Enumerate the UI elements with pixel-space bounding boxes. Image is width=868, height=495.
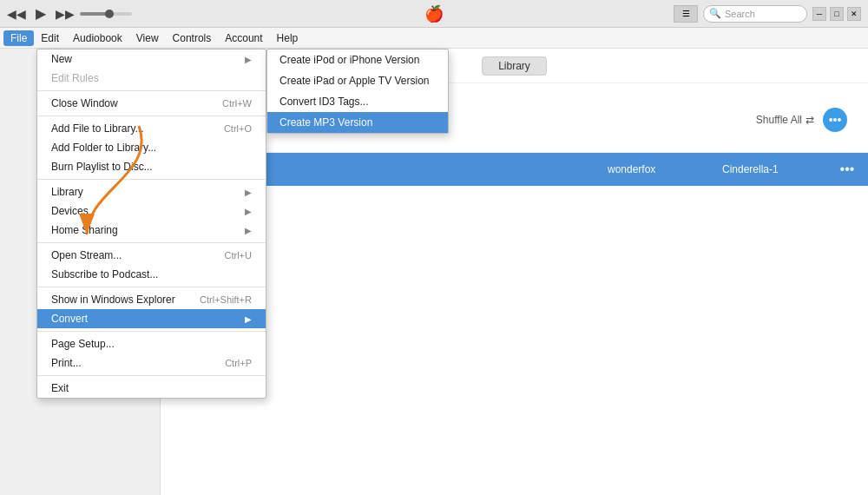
- play-button[interactable]: ▶: [31, 4, 50, 23]
- library-button[interactable]: Library: [482, 56, 547, 76]
- menu-create-ipod[interactable]: Create iPod or iPhone Version: [267, 50, 448, 70]
- menu-new-arrow: ▶: [245, 55, 252, 64]
- menu-devices-arrow: ▶: [245, 207, 252, 216]
- menu-exit-label: Exit: [51, 382, 69, 394]
- menu-subscribe-podcast[interactable]: Subscribe to Podcast...: [37, 265, 266, 284]
- title-bar-right: ☰ 🔍 Search ─ □ ✕: [674, 5, 861, 23]
- menu-page-setup[interactable]: Page Setup...: [37, 334, 266, 353]
- menu-print-label: Print...: [51, 357, 82, 369]
- convert-submenu: Create iPod or iPhone Version Create iPa…: [266, 49, 449, 134]
- menu-add-folder-label: Add Folder to Library...: [51, 142, 156, 154]
- menu-create-mp3[interactable]: Create MP3 Version: [267, 112, 448, 133]
- restore-button[interactable]: □: [830, 7, 844, 21]
- close-button[interactable]: ✕: [847, 7, 861, 21]
- menu-edit-rules-label: Edit Rules: [51, 72, 99, 84]
- separator-1: [37, 90, 266, 91]
- menu-convert-id3[interactable]: Convert ID3 Tags...: [267, 91, 448, 112]
- menu-convert-label: Convert: [51, 313, 88, 325]
- menu-open-stream-shortcut: Ctrl+U: [225, 250, 252, 261]
- menu-subscribe-podcast-label: Subscribe to Podcast...: [51, 268, 158, 280]
- menu-convert[interactable]: Convert ▶: [37, 309, 266, 328]
- menu-add-file-shortcut: Ctrl+O: [224, 123, 252, 134]
- track-artist: wonderfox: [608, 163, 712, 175]
- menu-close-window-label: Close Window: [51, 97, 118, 109]
- window-controls: ─ □ ✕: [812, 7, 861, 21]
- more-options-button[interactable]: •••: [823, 108, 847, 132]
- shuffle-button[interactable]: Shuffle All ⇄: [756, 114, 814, 126]
- menu-open-stream-label: Open Stream...: [51, 249, 122, 261]
- menu-burn-playlist-label: Burn Playlist to Disc...: [51, 161, 153, 173]
- menu-controls[interactable]: Controls: [166, 30, 219, 46]
- menu-open-stream[interactable]: Open Stream... Ctrl+U: [37, 246, 266, 265]
- menu-new-label: New: [51, 53, 72, 65]
- menu-devices-label: Devices: [51, 205, 89, 217]
- menu-exit[interactable]: Exit: [37, 379, 266, 398]
- separator-3: [37, 179, 266, 180]
- menu-home-sharing-arrow: ▶: [245, 226, 252, 235]
- separator-2: [37, 116, 266, 116]
- playlist-actions: Shuffle All ⇄ •••: [756, 108, 847, 132]
- menu-help[interactable]: Help: [270, 30, 306, 46]
- menu-close-window-shortcut: Ctrl+W: [222, 98, 252, 109]
- menu-close-window[interactable]: Close Window Ctrl+W: [37, 94, 266, 113]
- fast-forward-button[interactable]: ▶▶: [56, 4, 75, 23]
- menu-home-sharing[interactable]: Home Sharing ▶: [37, 221, 266, 240]
- apple-logo: 🍎: [424, 4, 444, 23]
- menu-library[interactable]: Library ▶: [37, 182, 266, 201]
- separator-7: [37, 375, 266, 376]
- volume-thumb: [105, 10, 114, 18]
- menu-add-file-label: Add File to Library...: [51, 122, 144, 135]
- shuffle-label: Shuffle All: [756, 114, 802, 126]
- menu-show-explorer-label: Show in Windows Explorer: [51, 294, 175, 306]
- menu-audiobook[interactable]: Audiobook: [66, 30, 129, 46]
- volume-slider[interactable]: [80, 12, 132, 16]
- menu-show-explorer[interactable]: Show in Windows Explorer Ctrl+Shift+R: [37, 290, 266, 309]
- separator-6: [37, 331, 266, 332]
- menu-bar: File Edit Audiobook View Controls Accoun…: [0, 28, 868, 49]
- menu-page-setup-label: Page Setup...: [51, 338, 115, 350]
- search-icon: 🔍: [709, 8, 721, 19]
- search-placeholder: Search: [725, 9, 755, 19]
- menu-show-explorer-shortcut: Ctrl+Shift+R: [200, 294, 252, 305]
- menu-edit-rules: Edit Rules: [37, 69, 266, 88]
- menu-burn-playlist[interactable]: Burn Playlist to Disc...: [37, 157, 266, 176]
- menu-library-label: Library: [51, 186, 83, 198]
- menu-home-sharing-label: Home Sharing: [51, 224, 118, 236]
- search-box[interactable]: 🔍 Search: [703, 5, 807, 23]
- menu-print[interactable]: Print... Ctrl+P: [37, 353, 266, 373]
- table-row[interactable]: 01 wonderfox Cinderella-1 •••: [161, 153, 868, 186]
- track-album: Cinderella-1: [722, 163, 826, 175]
- list-view-button[interactable]: ☰: [674, 5, 698, 23]
- menu-add-file[interactable]: Add File to Library... Ctrl+O: [37, 119, 266, 138]
- menu-create-ipad[interactable]: Create iPad or Apple TV Version: [267, 70, 448, 91]
- menu-view[interactable]: View: [129, 30, 166, 46]
- menu-library-arrow: ▶: [245, 188, 252, 197]
- separator-5: [37, 287, 266, 287]
- title-bar-left: ◀◀ ▶ ▶▶: [7, 4, 132, 23]
- playback-controls: ◀◀ ▶ ▶▶: [7, 4, 132, 23]
- menu-add-folder[interactable]: Add Folder to Library...: [37, 138, 266, 157]
- menu-edit[interactable]: Edit: [34, 30, 66, 46]
- shuffle-icon: ⇄: [806, 114, 814, 126]
- menu-new[interactable]: New ▶: [37, 50, 266, 69]
- menu-print-shortcut: Ctrl+P: [225, 358, 252, 368]
- menu-convert-arrow: ▶: [245, 314, 252, 324]
- track-list: 01 wonderfox Cinderella-1 •••: [161, 153, 868, 495]
- title-bar: ◀◀ ▶ ▶▶ 🍎 ☰ 🔍 Search ─ □ ✕: [0, 0, 868, 28]
- menu-devices[interactable]: Devices ▶: [37, 201, 266, 221]
- track-more-button[interactable]: •••: [837, 162, 858, 177]
- menu-account[interactable]: Account: [218, 30, 269, 46]
- minimize-button[interactable]: ─: [812, 7, 826, 21]
- rewind-button[interactable]: ◀◀: [7, 4, 26, 23]
- menu-file[interactable]: File: [3, 30, 34, 46]
- file-menu-dropdown: New ▶ Edit Rules Close Window Ctrl+W Add…: [36, 49, 266, 399]
- separator-4: [37, 242, 266, 243]
